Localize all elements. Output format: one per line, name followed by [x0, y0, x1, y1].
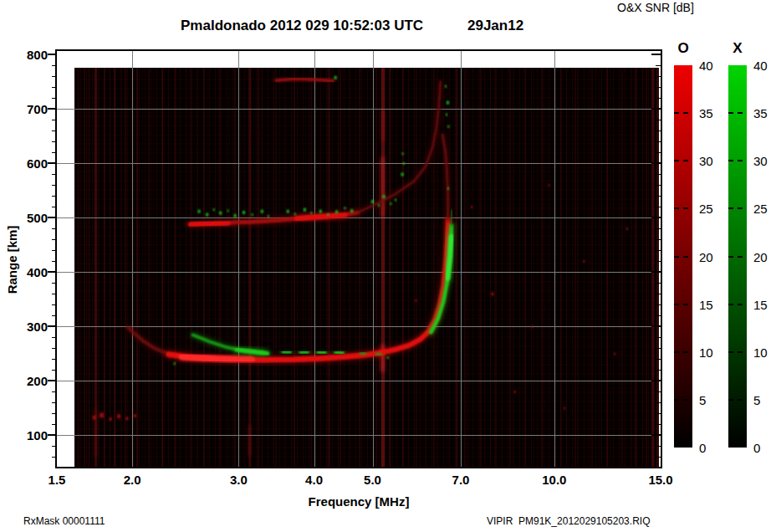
- y-tick-left: [52, 141, 57, 142]
- plot-date: 29Jan12: [467, 18, 523, 34]
- o-mode-speckle: [532, 325, 534, 328]
- o-mode-speckle: [471, 206, 472, 208]
- y-tick-right: [651, 380, 661, 381]
- x-mode-speckle: [446, 114, 447, 116]
- y-tick-left: [52, 239, 57, 240]
- y-tick-left: [52, 424, 57, 425]
- o-mode-speckle: [491, 293, 493, 296]
- x-mode-speckle: [395, 199, 396, 202]
- y-tick-left: [48, 325, 57, 327]
- colorbar-tick-label: 25: [753, 202, 768, 216]
- y-tick-right: [656, 87, 661, 88]
- y-tick-right: [656, 239, 661, 240]
- y-tick-right: [656, 304, 661, 305]
- x-mode-speckle: [335, 210, 338, 213]
- colorbar-tick-label: 15: [699, 297, 713, 311]
- x-mode-speckle: [227, 210, 229, 212]
- colorbar-tick-label: 20: [753, 249, 768, 263]
- x-mode-speckle: [243, 211, 245, 214]
- colorbar-tick-label: 0: [753, 441, 760, 455]
- colorbar-tick-label: 10: [699, 345, 713, 359]
- y-tick-label: 800: [0, 48, 48, 62]
- y-tick-left: [48, 217, 57, 218]
- y-tick-right: [651, 325, 661, 327]
- x-mode-speckle: [387, 356, 389, 359]
- colorbar-title: O&X SNR [dB]: [617, 1, 694, 14]
- x-mode-speckle: [447, 187, 449, 190]
- x-mode-speckle: [447, 101, 449, 105]
- ionogram-figure: Pmaldonado 2012 029 10:52:03 UTC 29Jan12…: [0, 0, 771, 532]
- y-tick-right: [656, 76, 661, 77]
- o-mode-speckle: [100, 412, 104, 417]
- y-tick-right: [656, 207, 661, 207]
- x-axis-title: Frequency [MHz]: [296, 494, 421, 509]
- rxmask-text: RxMask 00001111: [23, 515, 105, 527]
- y-tick-left: [52, 457, 57, 458]
- y-tick-left: [52, 174, 57, 175]
- colorbar-tick-dash: [674, 207, 692, 209]
- y-tick-left: [48, 434, 57, 436]
- colorbar-tick-label: 20: [699, 249, 713, 263]
- o-mode-speckle: [564, 407, 565, 410]
- y-tick-left: [52, 250, 57, 251]
- colorbar-tick-label: 5: [753, 392, 760, 407]
- x-mode-speckle: [252, 213, 253, 216]
- o-mode-speckle: [125, 417, 128, 420]
- y-tick-left: [52, 283, 57, 284]
- y-tick-label: 600: [0, 156, 48, 171]
- trace-halo-o1-rise: [380, 220, 448, 353]
- colorbar-tick-label: 30: [753, 154, 768, 168]
- x-mode-speckle: [350, 209, 353, 212]
- x-mode-speckle: [268, 215, 269, 217]
- y-tick-right: [656, 65, 661, 66]
- y-tick-left: [52, 337, 57, 338]
- plot-title: Pmaldonado 2012 029 10:52:03 UTC: [181, 18, 423, 34]
- x-mode-speckle: [344, 207, 345, 209]
- y-tick-left: [52, 446, 57, 447]
- colorbar-tick-label: 30: [699, 154, 713, 168]
- y-tick-left: [52, 261, 57, 262]
- x-tick-label: 4.0: [305, 473, 323, 487]
- x-mode-speckle: [378, 204, 380, 207]
- y-tick-right: [656, 152, 661, 153]
- colorbar-tick-dash: [728, 207, 747, 209]
- y-tick-right: [651, 54, 661, 55]
- trace-o2-cusp: [357, 82, 440, 213]
- colorbar-tick-dash: [674, 399, 692, 401]
- y-tick-right: [656, 283, 661, 284]
- x-mode-speckle: [319, 210, 322, 213]
- y-tick-left: [52, 196, 57, 197]
- y-tick-label: 300: [0, 320, 48, 334]
- x-mode-speckle: [447, 125, 449, 128]
- y-tick-left: [52, 359, 57, 360]
- colorbar-tick-dash: [728, 256, 747, 258]
- colorbar-tick-label: 40: [753, 59, 768, 73]
- colorbar-tick-label: 25: [699, 202, 713, 216]
- y-tick-right: [656, 348, 661, 349]
- y-tick-left: [52, 65, 57, 66]
- y-tick-left: [48, 162, 57, 164]
- y-tick-left: [52, 120, 57, 120]
- y-tick-right: [656, 391, 661, 392]
- colorbar-tick-dash: [674, 304, 692, 305]
- o-mode-speckle: [117, 414, 120, 418]
- o-mode-speckle: [134, 414, 136, 417]
- y-tick-right: [656, 370, 661, 371]
- y-tick-left: [52, 413, 57, 414]
- trace-o2-left-bright: [191, 223, 227, 225]
- x-tick-label: 10.0: [542, 473, 566, 487]
- y-tick-left: [48, 54, 57, 55]
- x-mode-speckle: [213, 208, 215, 211]
- y-tick-right: [656, 141, 661, 142]
- colorbar-tick-label: 40: [699, 59, 713, 73]
- y-tick-right: [656, 130, 661, 131]
- y-tick-right: [656, 250, 661, 251]
- y-tick-left: [52, 98, 57, 99]
- colorbar-tick-dash: [728, 304, 747, 305]
- x-mode-speckle: [383, 195, 386, 198]
- y-tick-left: [52, 391, 57, 392]
- y-tick-right: [656, 261, 661, 262]
- trace-o1-rise: [380, 220, 448, 353]
- colorbar-tick-label: 0: [699, 441, 706, 455]
- colorbar-tick-dash: [728, 160, 747, 161]
